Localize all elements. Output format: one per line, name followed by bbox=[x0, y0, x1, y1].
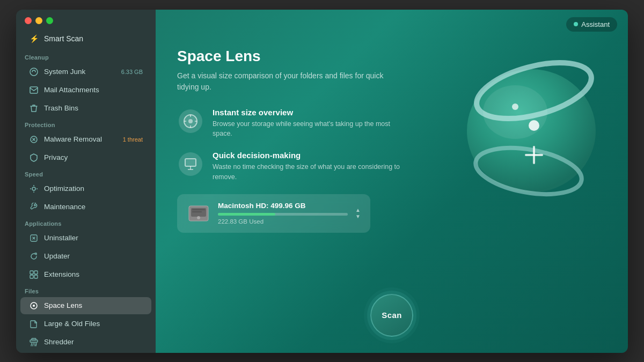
scan-button[interactable]: Scan bbox=[370, 294, 413, 337]
mail-icon bbox=[29, 85, 39, 95]
feature-2-desc: Waste no time checking the size of what … bbox=[213, 162, 402, 182]
svg-rect-31 bbox=[185, 159, 196, 166]
feature-2-text: Quick decision-making Waste no time chec… bbox=[213, 151, 402, 182]
disk-name: Macintosh HD: 499.96 GB bbox=[218, 202, 348, 210]
svg-point-18 bbox=[33, 305, 35, 307]
sidebar-item-system-junk[interactable]: System Junk 6.33 GB bbox=[20, 63, 151, 80]
feature-1-desc: Browse your storage while seeing what's … bbox=[213, 119, 402, 139]
main-body: Space Lens Get a visual size comparison … bbox=[156, 32, 628, 283]
assistant-button[interactable]: Assistant bbox=[566, 17, 617, 32]
svg-rect-1 bbox=[30, 87, 38, 93]
system-junk-label: System Junk bbox=[44, 68, 85, 76]
feature-item-1: Instant size overview Browse your storag… bbox=[177, 108, 402, 139]
system-junk-badge: 6.33 GB bbox=[121, 69, 143, 75]
sidebar-section-applications: Applications bbox=[16, 216, 156, 229]
feature-1-title: Instant size overview bbox=[213, 108, 402, 117]
large-old-files-label: Large & Old Files bbox=[44, 320, 100, 328]
svg-rect-16 bbox=[34, 275, 38, 278]
uninstaller-label: Uninstaller bbox=[44, 234, 78, 242]
feature-1-icon bbox=[179, 109, 202, 133]
sidebar-item-large-old-files[interactable]: Large & Old Files bbox=[20, 315, 151, 333]
svg-rect-13 bbox=[30, 271, 33, 274]
large-files-icon bbox=[29, 319, 39, 329]
assistant-label: Assistant bbox=[581, 20, 610, 28]
sidebar-smart-scan-label: Smart Scan bbox=[44, 34, 83, 43]
svg-rect-38 bbox=[192, 211, 202, 212]
feature-2-title: Quick decision-making bbox=[213, 151, 402, 160]
sidebar: ⚡ Smart Scan Cleanup System Junk 6.33 GB bbox=[16, 10, 156, 353]
svg-rect-24 bbox=[32, 338, 36, 340]
sidebar-item-optimization[interactable]: Optimization bbox=[20, 180, 151, 197]
maintenance-icon bbox=[29, 202, 39, 212]
space-lens-icon bbox=[29, 301, 39, 311]
svg-rect-15 bbox=[30, 275, 33, 278]
updater-label: Updater bbox=[44, 252, 70, 260]
shredder-label: Shredder bbox=[44, 338, 74, 346]
svg-rect-37 bbox=[192, 209, 205, 210]
sidebar-item-maintenance[interactable]: Maintenance bbox=[20, 198, 151, 216]
mail-attachments-label: Mail Attachments bbox=[44, 86, 99, 94]
space-lens-label: Space Lens bbox=[44, 301, 82, 309]
globe-illustration bbox=[445, 37, 617, 219]
trash-bins-label: Trash Bins bbox=[44, 104, 78, 112]
malware-removal-label: Malware Removal bbox=[44, 135, 102, 143]
disk-progress-bar bbox=[218, 213, 348, 216]
sidebar-item-privacy[interactable]: Privacy bbox=[20, 149, 151, 166]
scan-label: Scan bbox=[382, 311, 402, 320]
sidebar-item-shredder[interactable]: Shredder bbox=[20, 334, 151, 351]
disk-chevron[interactable]: ▲ ▼ bbox=[355, 208, 361, 219]
privacy-icon bbox=[29, 153, 39, 162]
sidebar-item-smart-scan[interactable]: ⚡ Smart Scan bbox=[20, 29, 151, 48]
extensions-icon bbox=[29, 270, 39, 279]
svg-line-20 bbox=[31, 343, 32, 346]
system-junk-icon bbox=[29, 67, 39, 77]
sidebar-item-trash-bins[interactable]: Trash Bins bbox=[20, 100, 151, 117]
svg-point-0 bbox=[30, 68, 38, 76]
sidebar-item-malware-removal[interactable]: Malware Removal 1 threat bbox=[20, 131, 151, 148]
svg-point-5 bbox=[32, 187, 35, 190]
chevron-down-icon: ▼ bbox=[355, 214, 361, 219]
svg-point-36 bbox=[197, 216, 200, 219]
smart-scan-icon: ⚡ bbox=[29, 34, 39, 43]
minimize-button[interactable] bbox=[35, 17, 42, 24]
malware-badge: 1 threat bbox=[123, 136, 143, 143]
svg-point-43 bbox=[529, 120, 539, 131]
disk-card[interactable]: Macintosh HD: 499.96 GB 222.83 GB Used ▲… bbox=[177, 194, 370, 233]
close-button[interactable] bbox=[25, 17, 32, 24]
sidebar-item-updater[interactable]: Updater bbox=[20, 248, 151, 265]
maintenance-label: Maintenance bbox=[44, 203, 85, 211]
chevron-up-icon: ▲ bbox=[355, 208, 361, 213]
sidebar-section-files: Files bbox=[16, 284, 156, 297]
sidebar-item-extensions[interactable]: Extensions bbox=[20, 266, 151, 283]
privacy-label: Privacy bbox=[44, 153, 68, 161]
content-left-panel: Space Lens Get a visual size comparison … bbox=[177, 48, 402, 283]
feature-2-icon-wrap bbox=[177, 151, 204, 178]
feature-1-icon-wrap bbox=[177, 108, 204, 135]
sidebar-item-uninstaller[interactable]: Uninstaller bbox=[20, 230, 151, 247]
disk-info: Macintosh HD: 499.96 GB 222.83 GB Used bbox=[218, 202, 348, 225]
page-title: Space Lens bbox=[177, 48, 402, 65]
svg-point-46 bbox=[512, 104, 518, 110]
feature-1-text: Instant size overview Browse your storag… bbox=[213, 108, 402, 139]
sidebar-section-protection: Protection bbox=[16, 117, 156, 130]
uninstaller-icon bbox=[29, 233, 39, 243]
svg-point-42 bbox=[483, 85, 547, 139]
disk-used-label: 222.83 GB Used bbox=[218, 218, 348, 225]
svg-rect-14 bbox=[34, 271, 38, 274]
titlebar bbox=[16, 10, 156, 29]
malware-icon bbox=[29, 135, 39, 144]
sidebar-section-speed: Speed bbox=[16, 167, 156, 180]
main-header: Assistant bbox=[156, 10, 628, 32]
feature-2-icon bbox=[179, 152, 202, 176]
maximize-button[interactable] bbox=[46, 17, 53, 24]
sidebar-item-mail-attachments[interactable]: Mail Attachments bbox=[20, 82, 151, 99]
svg-point-26 bbox=[188, 119, 193, 123]
disk-progress-fill bbox=[218, 213, 275, 216]
optimization-label: Optimization bbox=[44, 184, 84, 193]
sidebar-item-space-lens[interactable]: Space Lens bbox=[20, 297, 151, 314]
main-content-area: Assistant Space Lens Get a visual size c… bbox=[156, 10, 628, 353]
updater-icon bbox=[29, 252, 39, 261]
page-description: Get a visual size comparison of your fol… bbox=[177, 70, 402, 93]
app-window: ⚡ Smart Scan Cleanup System Junk 6.33 GB bbox=[16, 10, 628, 353]
scan-button-area: Scan bbox=[156, 283, 628, 353]
